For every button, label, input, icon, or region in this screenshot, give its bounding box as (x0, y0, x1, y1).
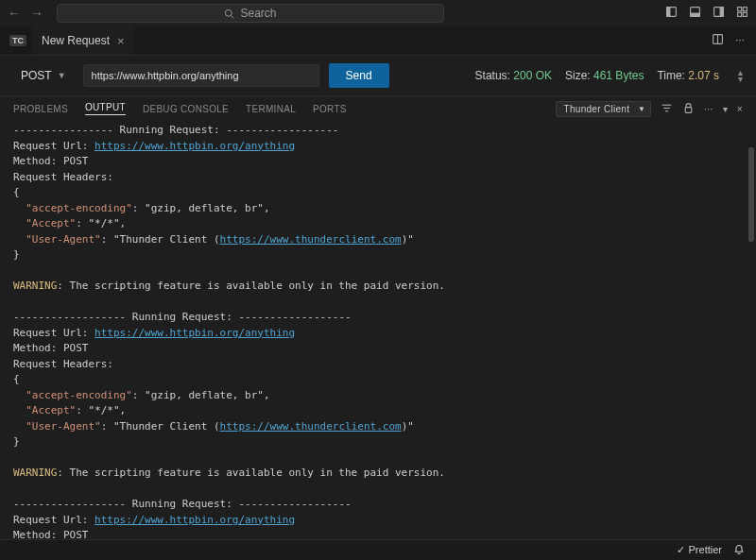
svg-rect-5 (691, 13, 700, 16)
header-value: : "gzip, deflate, br", (132, 389, 270, 401)
request-url-link[interactable]: https://www.httpbin.org/anything (94, 140, 295, 152)
more-icon[interactable]: ··· (704, 104, 713, 114)
output-channel-label: Thunder Client (564, 104, 630, 114)
scrollbar-thumb[interactable] (748, 147, 754, 242)
tab-title: New Request (42, 34, 110, 47)
lock-icon[interactable] (682, 102, 695, 116)
warning-label: WARNING (13, 467, 57, 479)
search-icon (224, 8, 234, 19)
svg-point-0 (226, 9, 232, 16)
log-text: Request Headers: (13, 171, 113, 183)
request-url-link[interactable]: https://www.httpbin.org/anything (94, 514, 295, 526)
user-agent-link[interactable]: https://www.thunderclient.com (220, 420, 402, 433)
header-key: "accept-encoding" (26, 389, 132, 401)
request-bar: POST ▼ Send Status: 200 OK Size: 461 Byt… (0, 55, 756, 96)
http-method-selector[interactable]: POST ▼ (13, 65, 74, 86)
header-value: : "*/*", (76, 217, 126, 229)
warning-message: : The scripting feature is available onl… (57, 280, 445, 292)
close-icon[interactable]: × (117, 34, 125, 48)
header-value: )" (402, 233, 414, 246)
header-value: : "Thunder Client ( (101, 233, 220, 246)
tab-ports[interactable]: PORTS (313, 104, 347, 114)
warning-label: WARNING (13, 280, 57, 292)
command-center-search[interactable]: Search (57, 4, 444, 23)
svg-rect-17 (686, 107, 693, 112)
time-value: 2.07 s (688, 69, 719, 82)
layout-secondary-side-icon[interactable] (713, 6, 725, 21)
log-text: ------------------ (238, 498, 351, 510)
header-key: "Accept" (26, 217, 76, 229)
url-input[interactable] (83, 64, 319, 87)
request-url-link[interactable]: https://www.httpbin.org/anything (94, 327, 295, 339)
layout-panel-icon[interactable] (689, 6, 701, 21)
warning-message: : The scripting feature is available onl… (57, 467, 445, 479)
log-text: Running Request: (120, 124, 227, 136)
expand-toggle-icon[interactable]: ▴▾ (738, 69, 743, 82)
tab-debug-console[interactable]: DEBUG CONSOLE (143, 104, 229, 114)
log-text: Running Request: (132, 311, 239, 323)
svg-rect-7 (720, 8, 723, 17)
size-value: 461 Bytes (593, 69, 644, 82)
time-label: Time: (657, 69, 685, 82)
filter-icon[interactable] (661, 102, 673, 116)
tab-output[interactable]: OUTPUT (85, 102, 126, 115)
bell-icon[interactable] (733, 544, 745, 557)
title-bar: ← → Search (0, 0, 756, 26)
split-editor-icon[interactable] (712, 33, 724, 48)
size-label: Size: (565, 69, 591, 82)
svg-rect-9 (743, 8, 747, 11)
chevron-down-icon[interactable]: ▾ (723, 104, 728, 114)
more-actions-icon[interactable]: ··· (735, 33, 745, 48)
svg-rect-10 (738, 12, 742, 16)
log-text: Running Request: (132, 498, 239, 510)
status-label: Status: (475, 69, 510, 82)
chevron-down-icon: ▼ (638, 105, 645, 113)
svg-rect-3 (667, 8, 670, 17)
status-bar: ✓ Prettier (0, 539, 756, 560)
log-text: } (13, 435, 20, 448)
log-text: Method: POST (13, 342, 88, 354)
nav-forward-icon[interactable]: → (30, 6, 43, 21)
thunder-client-badge: TC (9, 35, 26, 46)
panel-tab-bar: PROBLEMS OUTPUT DEBUG CONSOLE TERMINAL P… (0, 96, 756, 121)
tab-new-request[interactable]: New Request × (32, 26, 134, 55)
tab-problems[interactable]: PROBLEMS (13, 104, 68, 114)
prettier-label: Prettier (689, 544, 722, 555)
log-text: ------------------ (13, 498, 132, 510)
log-text: ------------------ (238, 311, 351, 323)
search-placeholder: Search (240, 7, 276, 20)
header-value: : "Thunder Client ( (101, 420, 220, 433)
log-text: ------------------ (13, 311, 132, 323)
log-text: ---------------- (13, 124, 120, 136)
close-panel-icon[interactable]: × (737, 104, 743, 114)
send-button[interactable]: Send (329, 63, 389, 88)
log-text: } (13, 248, 20, 261)
header-key: "accept-encoding" (26, 202, 132, 214)
layout-primary-side-icon[interactable] (665, 6, 678, 21)
log-text: Request Url: (13, 140, 94, 152)
tab-terminal[interactable]: TERMINAL (246, 104, 296, 114)
status-value: 200 OK (513, 69, 552, 82)
output-channel-selector[interactable]: Thunder Client ▼ (556, 101, 652, 117)
header-value: : "*/*", (76, 404, 126, 416)
log-text: { (13, 186, 20, 198)
header-key: "User-Agent" (26, 420, 100, 433)
svg-rect-11 (743, 12, 747, 16)
layout-customize-icon[interactable] (736, 6, 748, 21)
header-key: "Accept" (26, 404, 76, 416)
header-value: )" (402, 420, 414, 433)
editor-tab-bar: TC New Request × ··· (0, 26, 756, 55)
log-text: Request Url: (13, 327, 94, 339)
header-key: "User-Agent" (26, 233, 100, 246)
log-text: ------------------ (226, 124, 338, 136)
nav-back-icon[interactable]: ← (8, 6, 21, 21)
output-panel[interactable]: ---------------- Running Request: ------… (0, 121, 756, 540)
method-label: POST (21, 69, 52, 82)
user-agent-link[interactable]: https://www.thunderclient.com (220, 233, 402, 246)
log-text: Request Url: (13, 514, 94, 526)
response-stats: Status: 200 OK Size: 461 Bytes Time: 2.0… (475, 69, 719, 82)
svg-line-1 (232, 15, 234, 18)
prettier-status[interactable]: ✓ Prettier (677, 544, 722, 556)
svg-rect-8 (738, 8, 742, 11)
header-value: : "gzip, deflate, br", (132, 202, 270, 214)
